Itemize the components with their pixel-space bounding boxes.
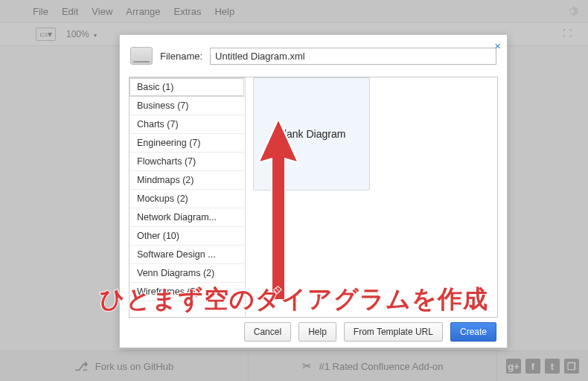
help-button[interactable]: Help — [298, 322, 336, 342]
menu-file[interactable]: File — [33, 6, 48, 17]
dialog-body: Basic (1) Business (7) Charts (7) Engine… — [129, 77, 498, 318]
social-facebook-icon[interactable]: f — [525, 359, 540, 374]
category-mindmaps[interactable]: Mindmaps (2) — [130, 171, 245, 190]
category-basic[interactable]: Basic (1) — [130, 77, 246, 97]
scissors-icon: ✂ — [302, 359, 312, 373]
create-button[interactable]: Create — [450, 322, 496, 342]
category-wireframes[interactable]: Wireframes (5) — [130, 283, 245, 301]
category-flowcharts[interactable]: Flowcharts (7) — [130, 153, 245, 171]
dialog-buttons: Cancel Help From Template URL Create — [244, 322, 496, 342]
category-charts[interactable]: Charts (7) — [130, 115, 245, 134]
app-root: File Edit View Arrange Extras Help ▭▾ 10… — [0, 0, 588, 381]
template-pane: Blank Diagram — [246, 77, 497, 317]
footer-addon-label: #1 Rated Confluence Add-on — [319, 361, 444, 372]
footer-addon[interactable]: ✂ #1 Rated Confluence Add-on — [249, 351, 497, 381]
footer-social: g+ f t ❐ — [497, 359, 588, 374]
category-other[interactable]: Other (10) — [130, 227, 245, 246]
category-network-diagrams[interactable]: Network Diagram... — [130, 208, 245, 227]
footer-github-label: Fork us on GitHub — [95, 361, 174, 372]
template-blank-diagram[interactable]: Blank Diagram — [253, 77, 370, 190]
category-engineering[interactable]: Engineering (7) — [130, 134, 245, 153]
filename-label: Filename: — [160, 51, 202, 62]
new-diagram-dialog: × Filename: Basic (1) Business (7) Chart… — [119, 34, 508, 348]
category-mockups[interactable]: Mockups (2) — [130, 190, 245, 208]
fullscreen-icon[interactable]: ⛶ — [563, 28, 576, 39]
menu-arrange[interactable]: Arrange — [126, 6, 160, 17]
menubar: File Edit View Arrange Extras Help — [0, 0, 588, 22]
zoom-level[interactable]: 100% — [66, 29, 97, 39]
menu-extras[interactable]: Extras — [174, 6, 202, 17]
social-googleplus-icon[interactable]: g+ — [506, 359, 521, 374]
github-icon: ⎇ — [74, 359, 88, 374]
filename-input[interactable] — [210, 48, 496, 65]
cancel-button[interactable]: Cancel — [244, 322, 291, 342]
social-share-icon[interactable]: ❐ — [564, 359, 579, 374]
category-software-design[interactable]: Software Design ... — [130, 246, 245, 264]
page-picker-icon[interactable]: ▭▾ — [36, 28, 56, 41]
gear-icon[interactable] — [566, 4, 579, 18]
footer-github[interactable]: ⎇ Fork us on GitHub — [0, 351, 249, 381]
menu-help[interactable]: Help — [214, 6, 234, 17]
category-business[interactable]: Business (7) — [130, 97, 245, 115]
from-template-url-button[interactable]: From Template URL — [344, 322, 443, 342]
social-twitter-icon[interactable]: t — [545, 359, 560, 374]
menu-edit[interactable]: Edit — [62, 6, 78, 17]
drive-icon — [130, 47, 153, 65]
footer: ⎇ Fork us on GitHub ✂ #1 Rated Confluenc… — [0, 350, 588, 381]
category-venn-diagrams[interactable]: Venn Diagrams (2) — [130, 264, 245, 283]
dialog-header: Filename: — [120, 35, 507, 72]
close-icon[interactable]: × — [494, 39, 501, 52]
menu-view[interactable]: View — [92, 6, 112, 17]
category-list: Basic (1) Business (7) Charts (7) Engine… — [130, 77, 246, 317]
